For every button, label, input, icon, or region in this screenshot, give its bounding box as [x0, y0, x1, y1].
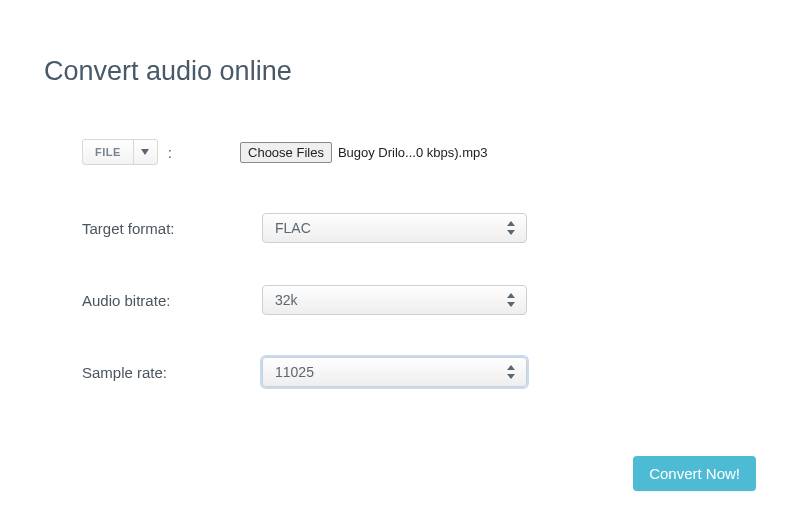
chosen-file-name: Bugoy Drilo...0 kbps).mp3	[338, 145, 488, 160]
target-format-select-wrap: FLAC	[262, 213, 527, 243]
select-arrows-icon	[506, 293, 516, 307]
target-format-select[interactable]: FLAC	[262, 213, 527, 243]
file-source-button[interactable]: FILE	[83, 140, 133, 164]
audio-bitrate-value: 32k	[275, 292, 298, 308]
caret-down-icon	[141, 149, 149, 155]
select-arrows-icon	[506, 221, 516, 235]
sample-rate-select[interactable]: 11025	[262, 357, 527, 387]
sample-rate-value: 11025	[275, 364, 314, 380]
choose-files-button[interactable]: Choose Files	[240, 142, 332, 163]
target-format-label: Target format:	[82, 220, 262, 237]
convert-now-button[interactable]: Convert Now!	[633, 456, 756, 491]
sample-rate-select-wrap: 11025	[262, 357, 527, 387]
file-source-dropdown-toggle[interactable]	[133, 140, 157, 164]
file-source-button-group: FILE	[82, 139, 158, 165]
page-title: Convert audio online	[44, 56, 756, 87]
sample-rate-row: Sample rate: 11025	[82, 357, 756, 387]
audio-bitrate-select-wrap: 32k	[262, 285, 527, 315]
file-colon: :	[168, 144, 172, 161]
file-row: FILE : Choose Files Bugoy Drilo...0 kbps…	[82, 139, 756, 165]
target-format-value: FLAC	[275, 220, 311, 236]
audio-bitrate-row: Audio bitrate: 32k	[82, 285, 756, 315]
sample-rate-label: Sample rate:	[82, 364, 262, 381]
select-arrows-icon	[506, 365, 516, 379]
audio-bitrate-label: Audio bitrate:	[82, 292, 262, 309]
target-format-row: Target format: FLAC	[82, 213, 756, 243]
audio-bitrate-select[interactable]: 32k	[262, 285, 527, 315]
